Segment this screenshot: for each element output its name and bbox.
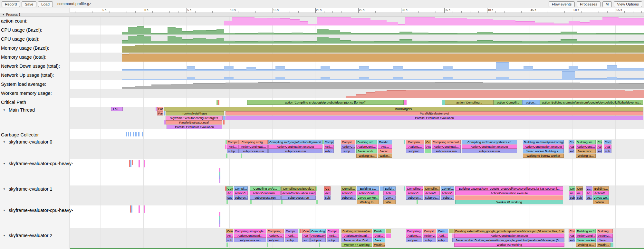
garbage-collector-segment[interactable] xyxy=(135,132,137,136)
skyframe-evaluator-0-segment[interactable]: ActionC... xyxy=(341,144,355,149)
skyframe-evaluator-2-segment[interactable]: Compiling... xyxy=(267,229,284,233)
skyframe-evaluator-1-segment[interactable]: Jav... xyxy=(383,195,396,200)
skyframe-evaluator-1-segment[interactable]: C... xyxy=(586,186,592,191)
garbage-collector-segment[interactable] xyxy=(128,132,129,136)
skyframe-evaluator-2-segment[interactable]: Compi... xyxy=(285,229,298,233)
skyframe-evaluator-2-segment[interactable]: Waitin... xyxy=(597,243,610,247)
skyframe-evaluator-2-segment[interactable] xyxy=(452,234,454,238)
main-thread-segment[interactable]: runAnalysisPhase xyxy=(166,111,224,115)
skyframe-evaluator-1-segment[interactable]: sub xyxy=(324,195,331,200)
skyframe-evaluator-2-segment[interactable]: ActionContinuati... xyxy=(341,234,372,238)
skyframe-evaluator-2-segment[interactable]: Buildi... xyxy=(373,229,385,233)
skyframe-evaluator-1-segment[interactable]: subp... xyxy=(441,195,454,200)
process-header[interactable]: ▼Process 1 xyxy=(0,13,644,17)
skyframe-evaluator-1-segment[interactable]: Building s... xyxy=(357,186,379,191)
skyframe-evaluator-1-segment[interactable]: Compiling src/g... xyxy=(250,186,281,191)
skyframe-evaluator-0-segment[interactable] xyxy=(241,154,242,158)
garbage-collector-segment[interactable] xyxy=(133,132,134,136)
critical-path-segment[interactable] xyxy=(218,100,219,105)
skyframe-evaluator-0-segment[interactable]: ActionConti... xyxy=(576,144,596,149)
skyframe-evaluator-2-segment[interactable]: Compil... xyxy=(423,229,436,233)
skyframe-evaluator-cpu-heavy-1-segment[interactable] xyxy=(219,168,220,172)
skyframe-evaluator-1-segment[interactable]: sub xyxy=(569,195,575,200)
sidebar-item-skyframe-evaluator-cpu-heavy[interactable]: ▼skyframe-evaluator-cpu-heavy- xyxy=(0,161,70,167)
skyframe-evaluator-1-segment[interactable]: Acti... xyxy=(383,191,396,195)
skyframe-evaluator-1-segment[interactable]: subproc... xyxy=(424,195,440,200)
skyframe-evaluator-2-segment[interactable]: ActionContinuation.execute xyxy=(454,234,564,238)
skyframe-evaluator-0-segment[interactable]: Waiting to... xyxy=(356,154,377,158)
skyframe-evaluator-2-segment[interactable] xyxy=(449,229,454,233)
skyframe-evaluator-1-segment[interactable] xyxy=(417,200,418,204)
skyframe-evaluator-0-segment[interactable] xyxy=(425,149,431,153)
main-thread-segment[interactable]: ParallelEvaluator.eval xyxy=(226,111,643,115)
skyframe-evaluator-2-segment[interactable]: Javac ... xyxy=(597,238,613,242)
collapse-arrow-icon[interactable]: ▼ xyxy=(3,162,5,165)
skyframe-evaluator-0-segment[interactable]: Javac work... xyxy=(356,149,377,153)
skyframe-evaluator-0-segment[interactable]: subprocess.run xyxy=(462,149,517,153)
main-thread-segment[interactable]: ParallelEvaluator.eval xyxy=(166,120,222,124)
critical-path-segment[interactable] xyxy=(404,100,407,105)
skyframe-evaluator-2-segment[interactable]: Waitin... xyxy=(373,243,385,247)
skyframe-evaluator-0-segment[interactable]: Com xyxy=(569,140,574,144)
skyframe-evaluator-1-segment[interactable] xyxy=(316,200,318,204)
critical-path-segment[interactable] xyxy=(216,100,218,105)
skyframe-evaluator-1-segment[interactable]: Compil... xyxy=(441,186,454,191)
skyframe-evaluator-1-segment[interactable]: subprocess.run xyxy=(281,195,316,200)
skyframe-evaluator-cpu-heavy-1-segment[interactable] xyxy=(130,160,131,167)
skyframe-evaluator-1-segment[interactable]: subproc... xyxy=(234,195,248,200)
skyframe-evaluator-1-segment[interactable]: Com xyxy=(576,186,583,191)
skyframe-evaluator-0-segment[interactable]: Acti... xyxy=(324,144,334,149)
skyframe-evaluator-1-segment[interactable]: ActionC... xyxy=(234,191,248,195)
skyframe-evaluator-2-segment[interactable]: subp... xyxy=(437,238,448,242)
skyframe-evaluator-2-segment[interactable]: Compiling... xyxy=(406,229,422,233)
skyframe-evaluator-0-segment[interactable]: Buildin... xyxy=(378,140,392,144)
skyframe-evaluator-2-segment[interactable]: Building ... xyxy=(597,229,613,233)
skyframe-evaluator-1-segment[interactable]: ActionConti... xyxy=(357,191,379,195)
garbage-collector-segment[interactable] xyxy=(130,132,131,136)
skyframe-evaluator-2-segment[interactable]: Javac worker... xyxy=(576,238,596,242)
main-thread-segment[interactable]: Parallel Evaluator evaluation xyxy=(167,125,222,129)
critical-path-segment[interactable]: action 'Compili... xyxy=(494,100,522,105)
main-thread-segment[interactable]: Par xyxy=(157,107,163,111)
skyframe-evaluator-0-segment[interactable]: subp... xyxy=(227,149,239,153)
skyframe-evaluator-1-segment[interactable]: Build... xyxy=(383,186,396,191)
skyframe-evaluator-0-segment[interactable]: Co xyxy=(425,140,431,144)
skyframe-evaluator-2-segment[interactable]: Com xyxy=(226,229,233,233)
sidebar-item-skyframe-evaluator-cpu-heavy[interactable]: ▼skyframe-evaluator-cpu-heavy- xyxy=(0,208,70,214)
skyframe-evaluator-0-segment[interactable]: Com xyxy=(604,140,611,144)
main-thread-segment[interactable]: Par xyxy=(157,111,163,115)
skyframe-evaluator-0-segment[interactable]: Compiling src/google/protobuf/generat... xyxy=(268,140,322,144)
skyframe-evaluator-1-segment[interactable]: Compilin... xyxy=(424,186,440,191)
toolbar-button-record[interactable]: Record xyxy=(2,1,20,7)
skyframe-evaluator-1-segment[interactable]: ActionC... xyxy=(441,191,454,195)
collapse-arrow-icon[interactable]: ▼ xyxy=(3,234,5,237)
main-thread-segment[interactable] xyxy=(156,107,157,111)
toolbar-button-save[interactable]: Save xyxy=(22,1,36,7)
main-thread-segment[interactable]: skyframeExecutor.configureTargets xyxy=(166,116,223,120)
collapse-arrow-icon[interactable]: ▼ xyxy=(2,14,5,16)
skyframe-evaluator-2-segment[interactable]: Building src/ma... xyxy=(576,229,596,233)
skyframe-evaluator-1-segment[interactable]: Ac... xyxy=(586,191,592,195)
skyframe-evaluator-0-segment[interactable]: Javac wor... xyxy=(576,149,596,153)
skyframe-evaluator-2-segment[interactable]: Waiting to... xyxy=(576,243,596,247)
sidebar-item-skyframe-evaluator-2[interactable]: ▼skyframe-evaluator 2 xyxy=(0,233,70,239)
skyframe-evaluator-0-segment[interactable]: Waitin... xyxy=(378,154,392,158)
skyframe-evaluator-1-segment[interactable]: Ac... xyxy=(569,191,575,195)
skyframe-evaluator-0-segment[interactable]: ActionContinuati... xyxy=(432,144,461,149)
skyframe-evaluator-1-segment[interactable]: Co xyxy=(324,186,331,191)
skyframe-evaluator-0-segment[interactable] xyxy=(404,140,405,144)
skyframe-evaluator-2-segment[interactable]: subproc... xyxy=(267,238,284,242)
skyframe-evaluator-2-segment[interactable]: Building external/com_google_protobuf/ja… xyxy=(454,229,564,233)
skyframe-evaluator-0-segment[interactable]: Act xyxy=(569,144,574,149)
skyframe-evaluator-0-segment[interactable]: Compiling src/g... xyxy=(239,140,268,144)
skyframe-evaluator-0-segment[interactable]: Compil... xyxy=(227,140,239,144)
skyframe-evaluator-cpu-heavy-2-segment[interactable] xyxy=(144,205,145,213)
skyframe-evaluator-cpu-heavy-1-segment[interactable] xyxy=(132,160,133,165)
skyframe-evaluator-1-segment[interactable]: Waiting to... xyxy=(357,200,379,204)
skyframe-evaluator-1-segment[interactable] xyxy=(404,186,405,191)
skyframe-evaluator-1-segment[interactable]: Com xyxy=(226,186,233,191)
skyframe-evaluator-2-segment[interactable]: Acti... xyxy=(373,234,385,238)
skyframe-evaluator-2-segment[interactable]: subp... xyxy=(423,238,436,242)
skyframe-evaluator-2-segment[interactable]: Act xyxy=(569,234,575,238)
main-thread-segment[interactable] xyxy=(223,116,225,120)
